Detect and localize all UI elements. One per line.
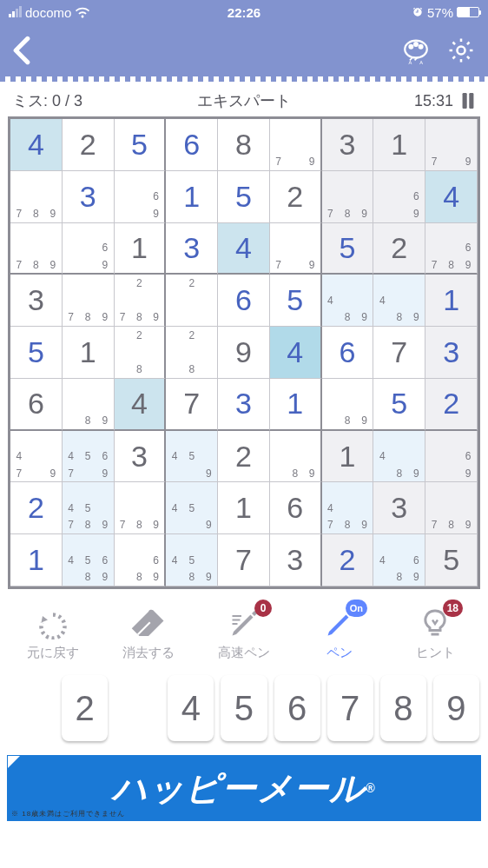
cell-r4-c3[interactable]: 28 [166,327,218,379]
cell-r3-c4[interactable]: 6 [218,275,270,327]
cell-r6-c1[interactable]: 45679 [63,431,115,483]
cell-r1-c1[interactable]: 3 [63,171,115,223]
cell-r6-c4[interactable]: 2 [218,431,270,483]
cell-r6-c7[interactable]: 489 [373,431,425,483]
cell-r1-c4[interactable]: 5 [218,171,270,223]
ad-banner[interactable]: ハッピーメール® ※ 18歳未満はご利用できません [7,755,481,821]
cell-r5-c4[interactable]: 3 [218,379,270,431]
cell-r8-c3[interactable]: 4589 [166,534,218,586]
cell-r1-c0[interactable]: 789 [10,171,63,223]
cell-r4-c4[interactable]: 9 [218,327,270,379]
cell-r4-c6[interactable]: 6 [322,327,374,379]
cell-r5-c5[interactable]: 1 [270,379,322,431]
cell-r2-c0[interactable]: 789 [10,223,63,275]
cell-r8-c6[interactable]: 2 [322,534,374,586]
cell-r1-c3[interactable]: 1 [166,171,218,223]
info-row: ミス: 0 / 3 エキスパート 15:31 [0,82,488,116]
cell-r0-c5[interactable]: 79 [270,119,322,171]
back-button[interactable] [12,36,31,65]
cell-r0-c3[interactable]: 6 [166,119,218,171]
cell-r2-c4[interactable]: 4 [218,223,270,275]
cell-r2-c8[interactable]: 6789 [425,223,478,275]
cell-r8-c2[interactable]: 689 [115,534,167,586]
cell-r1-c6[interactable]: 789 [322,171,374,223]
cell-r1-c8[interactable]: 4 [425,171,478,223]
cell-r6-c5[interactable]: 89 [270,431,322,483]
cell-r3-c0[interactable]: 3 [10,275,63,327]
cell-r2-c6[interactable]: 5 [322,223,374,275]
cell-r0-c4[interactable]: 8 [218,119,270,171]
erase-button[interactable]: 消去する [105,608,192,661]
numkey-4[interactable]: 4 [168,675,214,741]
sudoku-board[interactable]: 4256879317978936915278969478969134795267… [8,116,480,589]
cell-r5-c0[interactable]: 6 [10,379,63,431]
cell-r7-c3[interactable]: 459 [166,482,218,534]
cell-r7-c7[interactable]: 3 [373,482,425,534]
cell-r5-c7[interactable]: 5 [373,379,425,431]
cell-r2-c3[interactable]: 3 [166,223,218,275]
theme-button[interactable]: AA [401,36,431,65]
cell-r3-c1[interactable]: 789 [63,275,115,327]
fastpen-button[interactable]: 0 高速ペン [201,608,287,661]
cell-r1-c2[interactable]: 69 [115,171,167,223]
cell-r6-c8[interactable]: 69 [425,431,478,483]
cell-r7-c8[interactable]: 789 [425,482,478,534]
cell-r0-c0[interactable]: 4 [10,119,63,171]
numkey-7[interactable]: 7 [327,675,373,741]
cell-r2-c1[interactable]: 69 [63,223,115,275]
hint-button[interactable]: 18 ヒント [392,608,478,661]
numkey-5[interactable]: 5 [221,675,267,741]
cell-r4-c1[interactable]: 1 [63,327,115,379]
cell-r4-c5[interactable]: 4 [270,327,322,379]
undo-button[interactable]: 元に戻す [10,608,96,661]
cell-r7-c4[interactable]: 1 [218,482,270,534]
cell-r5-c6[interactable]: 89 [322,379,374,431]
settings-button[interactable] [446,36,476,65]
cell-r6-c0[interactable]: 479 [10,431,63,483]
pen-button[interactable]: On ペン [296,608,383,661]
cell-r8-c0[interactable]: 1 [10,534,63,586]
numkey-9[interactable]: 9 [433,675,479,741]
cell-r1-c5[interactable]: 2 [270,171,322,223]
cell-r6-c6[interactable]: 1 [322,431,374,483]
cell-r8-c5[interactable]: 3 [270,534,322,586]
cell-r0-c8[interactable]: 79 [425,119,478,171]
cell-r7-c1[interactable]: 45789 [63,482,115,534]
cell-r4-c8[interactable]: 3 [425,327,478,379]
cell-r4-c0[interactable]: 5 [10,327,63,379]
cell-r3-c7[interactable]: 489 [373,275,425,327]
cell-r7-c5[interactable]: 6 [270,482,322,534]
cell-r0-c2[interactable]: 5 [115,119,167,171]
pause-button[interactable] [460,93,476,109]
cell-r3-c6[interactable]: 489 [322,275,374,327]
cell-r8-c4[interactable]: 7 [218,534,270,586]
cell-r3-c8[interactable]: 1 [425,275,478,327]
numkey-8[interactable]: 8 [380,675,426,741]
cell-r6-c2[interactable]: 3 [115,431,167,483]
numkey-6[interactable]: 6 [274,675,320,741]
cell-r3-c5[interactable]: 5 [270,275,322,327]
cell-r0-c6[interactable]: 3 [322,119,374,171]
cell-r2-c2[interactable]: 1 [115,223,167,275]
cell-r5-c8[interactable]: 2 [425,379,478,431]
cell-r0-c7[interactable]: 1 [373,119,425,171]
cell-r2-c7[interactable]: 2 [373,223,425,275]
cell-r6-c3[interactable]: 459 [166,431,218,483]
cell-r5-c3[interactable]: 7 [166,379,218,431]
cell-r5-c1[interactable]: 89 [63,379,115,431]
cell-r8-c8[interactable]: 5 [425,534,478,586]
cell-r3-c3[interactable]: 2 [166,275,218,327]
cell-r8-c7[interactable]: 4689 [373,534,425,586]
cell-r7-c6[interactable]: 4789 [322,482,374,534]
cell-r4-c2[interactable]: 28 [115,327,167,379]
cell-r5-c2[interactable]: 4 [115,379,167,431]
cell-r3-c2[interactable]: 2789 [115,275,167,327]
cell-r7-c2[interactable]: 789 [115,482,167,534]
cell-r8-c1[interactable]: 45689 [63,534,115,586]
numkey-2[interactable]: 2 [62,675,108,741]
cell-r1-c7[interactable]: 69 [373,171,425,223]
cell-r7-c0[interactable]: 2 [10,482,63,534]
cell-r2-c5[interactable]: 79 [270,223,322,275]
cell-r4-c7[interactable]: 7 [373,327,425,379]
cell-r0-c1[interactable]: 2 [63,119,115,171]
